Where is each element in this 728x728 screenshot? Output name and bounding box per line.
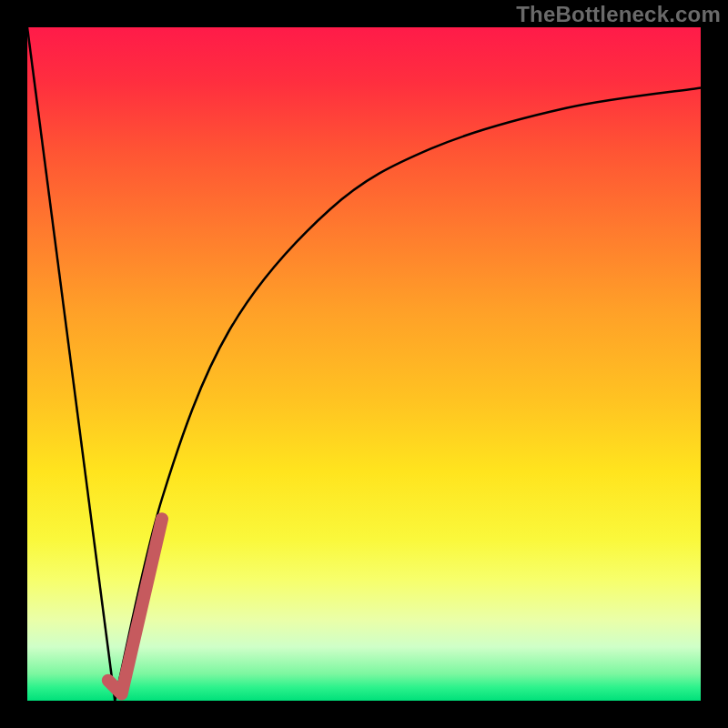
curve-layer xyxy=(27,27,701,701)
chart-stage: TheBottleneck.com xyxy=(0,0,728,728)
bottleneck-curve-right xyxy=(115,88,701,701)
plot-area xyxy=(27,27,701,701)
watermark-text: TheBottleneck.com xyxy=(516,2,721,27)
bottleneck-curve-left xyxy=(27,27,115,701)
